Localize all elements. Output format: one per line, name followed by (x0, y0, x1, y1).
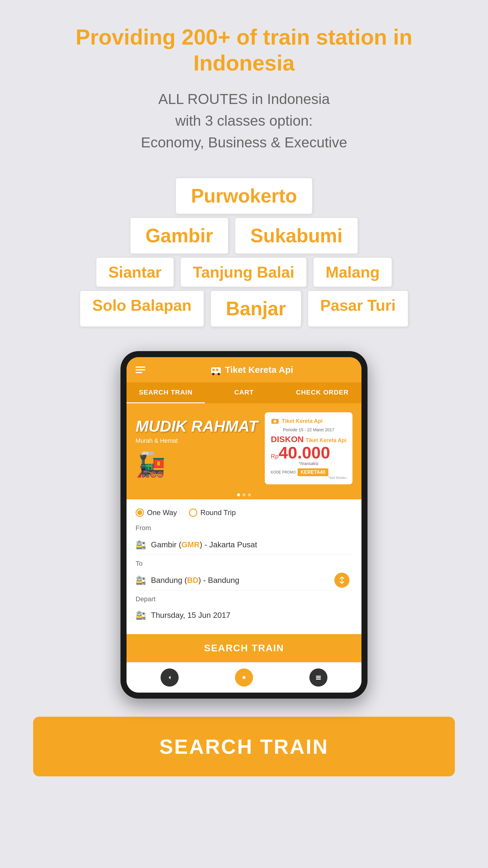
phone-screen: Tiket Kereta Api SEARCH TRAIN CART CHECK… (127, 357, 361, 692)
tag-malang[interactable]: Malang (313, 257, 392, 287)
banner-right: Tiket Kereta Api Periode 15 - 22 Maret 2… (265, 412, 352, 484)
tag-banjar[interactable]: Banjar (210, 290, 301, 327)
tag-sukabumi[interactable]: Sukabumi (235, 217, 358, 254)
back-nav-button[interactable] (161, 669, 178, 687)
svg-point-7 (242, 676, 246, 679)
tag-solo-balapan[interactable]: Solo Balapan (79, 290, 204, 327)
depart-label: Depart (135, 595, 352, 603)
depart-field-row[interactable]: 🚉 Thursday, 15 Jun 2017 (135, 606, 352, 625)
recent-nav-button[interactable] (310, 669, 327, 687)
radio-round-trip[interactable]: Round Trip (189, 508, 235, 517)
headline: Providing 200+ of train station in Indon… (63, 24, 425, 76)
subtext-line1: ALL ROUTES in Indonesia (141, 88, 347, 110)
diskon-label: DISKON (271, 435, 304, 444)
subtext-line3: Economy, Business & Executive (141, 132, 347, 153)
svg-rect-8 (316, 676, 321, 677)
radio-one-way-label: One Way (147, 508, 177, 517)
radio-one-way-circle[interactable] (135, 508, 144, 517)
from-code: GMR (181, 540, 200, 549)
tab-cart[interactable]: CART (205, 382, 283, 403)
svg-rect-1 (213, 369, 215, 371)
kode-promo-label: KODE PROMO (271, 470, 296, 474)
mudik-title: MUDIK RAHMAT (135, 418, 265, 435)
app-header: Tiket Kereta Api (127, 357, 361, 382)
from-station-icon: 🚉 (135, 540, 146, 550)
tag-row-2: Gambir Sukabumi (130, 217, 358, 254)
tiket-logo-text: Tiket Kereta Api (282, 418, 323, 424)
train-logo-icon (210, 364, 221, 375)
tag-siantar[interactable]: Siantar (96, 257, 174, 287)
tag-row-1: Purwokerto (175, 178, 313, 214)
price-value: 40.000 (279, 444, 330, 461)
tiket-icon (271, 417, 279, 426)
from-station-text: Gambir (GMR) - Jakarta Pusat (151, 540, 352, 550)
banner-dots (127, 490, 361, 499)
tag-row-3: Siantar Tanjung Balai Malang (96, 257, 392, 287)
svg-point-6 (274, 420, 276, 423)
to-station-icon: 🚉 (135, 575, 146, 585)
rp-label: Rp (271, 453, 279, 460)
diskon-sub: Tiket Kereta Api (305, 437, 347, 444)
app-title-area: Tiket Kereta Api (151, 364, 352, 375)
to-field-row[interactable]: 🚉 Bandung (BD) - Bandung (135, 570, 352, 590)
kode-promo-area: KODE PROMO KERETA40 (271, 468, 347, 476)
station-tags: Purwokerto Gambir Sukabumi Siantar Tanju… (63, 178, 425, 327)
svg-point-3 (212, 373, 215, 375)
bottom-cta: SEARCH TRAIN (33, 717, 455, 776)
kode-promo-value: KERETA40 (298, 468, 328, 476)
subtext: ALL ROUTES in Indonesia with 3 classes o… (141, 88, 347, 153)
tab-check-order[interactable]: CHECK ORDER (283, 382, 361, 403)
to-code: BD (187, 576, 198, 585)
tiket-logo-area: Tiket Kereta Api (271, 417, 347, 426)
periode-text: Periode 15 - 22 Maret 2017 (271, 427, 347, 432)
tab-search-train[interactable]: SEARCH TRAIN (127, 382, 205, 403)
from-label: From (135, 524, 352, 532)
phone-mockup: Tiket Kereta Api SEARCH TRAIN CART CHECK… (121, 351, 367, 699)
svg-rect-2 (216, 369, 218, 371)
subtext-line2: with 3 classes option: (141, 110, 347, 132)
tag-tanjung-balai[interactable]: Tanjung Balai (180, 257, 307, 287)
app-title: Tiket Kereta Api (225, 365, 293, 375)
svg-rect-10 (316, 679, 321, 680)
promo-banner: MUDIK RAHMAT Murah & Hemat 🚂 Tiket Keret… (127, 403, 361, 490)
dot-1 (237, 493, 240, 496)
to-station-text: Bandung (BD) - Bandung (151, 576, 352, 585)
svg-rect-9 (316, 677, 321, 678)
depart-icon: 🚉 (135, 610, 146, 620)
tag-gambir[interactable]: Gambir (130, 217, 229, 254)
bottom-nav (127, 662, 361, 692)
to-label: To (135, 560, 352, 567)
tag-row-4: Solo Balapan Banjar Pasar Turi (79, 290, 408, 327)
search-train-large-button[interactable]: SEARCH TRAIN (33, 717, 455, 776)
search-train-button[interactable]: SEARCH TRAIN (127, 634, 361, 662)
tnc-text: *S&K Berlaku (271, 476, 347, 479)
swap-stations-button[interactable] (334, 572, 350, 588)
hamburger-menu-icon[interactable] (135, 367, 145, 373)
dot-2 (242, 493, 246, 496)
radio-round-trip-circle[interactable] (189, 508, 197, 517)
banner-left: MUDIK RAHMAT Murah & Hemat 🚂 (135, 418, 265, 478)
svg-point-4 (218, 373, 220, 375)
radio-one-way[interactable]: One Way (135, 508, 177, 517)
home-nav-button[interactable] (235, 669, 253, 687)
from-field-row[interactable]: 🚉 Gambir (GMR) - Jakarta Pusat (135, 535, 352, 555)
search-form: One Way Round Trip From 🚉 Gambir (GMR) -… (127, 499, 361, 634)
mudik-subtitle: Murah & Hemat (135, 437, 265, 444)
tag-purwokerto[interactable]: Purwokerto (175, 178, 313, 214)
radio-round-trip-label: Round Trip (200, 508, 235, 517)
dot-3 (248, 493, 251, 496)
depart-date-text: Thursday, 15 Jun 2017 (151, 611, 230, 620)
trip-type-radio-group: One Way Round Trip (135, 508, 352, 517)
tag-pasar-turi[interactable]: Pasar Turi (307, 290, 408, 327)
train-illustration-icon: 🚂 (135, 450, 265, 478)
tab-bar: SEARCH TRAIN CART CHECK ORDER (127, 382, 361, 403)
